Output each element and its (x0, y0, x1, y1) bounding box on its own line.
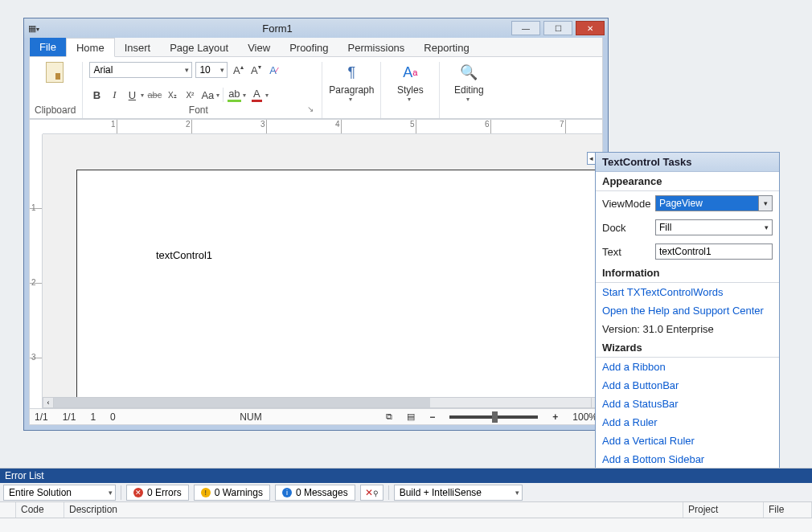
build-scope-combo[interactable]: Build + IntelliSense (394, 485, 523, 501)
viewmode-combo[interactable]: PageView (655, 195, 773, 211)
link-start-words[interactable]: Start TXTextControlWords (596, 283, 779, 301)
col-icon[interactable] (0, 502, 16, 518)
col-file[interactable]: File (764, 502, 812, 518)
warnings-filter-button[interactable]: ! 0 Warnings (194, 485, 270, 501)
tab-reporting[interactable]: Reporting (414, 39, 478, 56)
highlight-dropdown-icon[interactable]: ▾ (243, 92, 246, 99)
view-mode-icon-2[interactable]: ▤ (407, 411, 415, 422)
tab-file[interactable]: File (30, 38, 66, 56)
smart-tag-arrow-icon[interactable]: ◂ (587, 152, 595, 165)
case-dropdown-icon[interactable]: ▾ (216, 92, 219, 99)
ribbon-button-label: Editing (454, 84, 484, 96)
error-list-title: Error List (0, 469, 812, 483)
document-text[interactable]: textControl1 (156, 249, 598, 261)
underline-dropdown-icon[interactable]: ▾ (141, 92, 144, 99)
italic-button[interactable]: I (107, 88, 121, 102)
bold-button[interactable]: B (89, 88, 104, 102)
change-case-button[interactable]: Aa (200, 88, 215, 102)
version-text: Version: 31.0 Enterprise (596, 320, 779, 338)
clipboard-icon (46, 62, 64, 83)
tasks-title: TextControl Tasks (596, 153, 779, 172)
wizard-add-vruler[interactable]: Add a Vertical Ruler (596, 432, 779, 450)
title-bar: ▦▾ Form1 — ☐ ✕ (24, 18, 608, 38)
clear-filter-button[interactable]: ✕⚲ (360, 485, 383, 501)
ribbon: Clipboard Arial 10 A▴ A▾ A⁄ B I U (30, 57, 602, 119)
zoom-out-button[interactable]: − (429, 411, 435, 423)
page-area[interactable]: textControl1 (43, 134, 602, 397)
font-color-button[interactable]: A (249, 88, 264, 102)
tab-insert[interactable]: Insert (115, 39, 161, 56)
subscript-button[interactable]: X₂ (165, 88, 179, 102)
font-size-combo[interactable]: 10 (195, 62, 228, 78)
zoom-slider[interactable] (449, 415, 538, 419)
error-scope-combo[interactable]: Entire Solution (3, 485, 116, 501)
messages-filter-button[interactable]: i 0 Messages (275, 485, 355, 501)
info-icon: i (282, 488, 292, 497)
wizard-add-ribbon[interactable]: Add a Ribbon (596, 358, 779, 376)
maximize-button[interactable]: ☐ (543, 21, 572, 35)
error-list-toolbar: Entire Solution ✕ 0 Errors ! 0 Warnings … (0, 483, 812, 502)
ribbon-group-styles: Aa Styles ▾ (388, 62, 440, 118)
dock-label: Dock (602, 222, 650, 234)
tab-proofing[interactable]: Proofing (280, 39, 338, 56)
font-name-combo[interactable]: Arial (89, 62, 192, 78)
text-input[interactable]: textControl1 (655, 243, 773, 260)
status-num: NUM (240, 411, 261, 423)
tab-home[interactable]: Home (66, 38, 115, 57)
tasks-section-wizards: Wizards (596, 338, 779, 358)
paragraph-dropdown-icon: ▾ (349, 96, 352, 103)
status-bar: 1/1 1/1 1 0 NUM ⧉ ▤ − + 100% (30, 408, 602, 424)
superscript-button[interactable]: X² (182, 88, 197, 102)
wizard-add-ruler[interactable]: Add a Ruler (596, 413, 779, 432)
ribbon-group-clipboard: Clipboard (35, 62, 83, 118)
system-menu-icon[interactable]: ▦▾ (24, 23, 43, 34)
col-project[interactable]: Project (683, 502, 764, 518)
ribbon-group-label: Font↘ (89, 102, 315, 118)
horizontal-scrollbar[interactable]: ‹ › (43, 397, 602, 408)
view-mode-icon[interactable]: ⧉ (386, 411, 392, 422)
scroll-left-icon[interactable]: ‹ (43, 397, 54, 408)
tab-view[interactable]: View (238, 39, 280, 56)
wizard-add-buttonbar[interactable]: Add a ButtonBar (596, 376, 779, 395)
zoom-in-button[interactable]: + (552, 411, 558, 423)
paste-button[interactable] (35, 62, 75, 83)
window-title: Form1 (43, 23, 511, 35)
horizontal-ruler[interactable]: 1 2 3 4 5 6 7 (43, 120, 602, 134)
close-button[interactable]: ✕ (576, 21, 605, 35)
col-description[interactable]: Description (64, 502, 683, 518)
link-help-center[interactable]: Open the Help and Support Center (596, 301, 779, 320)
font-color-dropdown-icon[interactable]: ▾ (265, 92, 269, 99)
text-label: Text (602, 246, 650, 258)
wizard-add-statusbar[interactable]: Add a StatusBar (596, 395, 779, 413)
errors-filter-button[interactable]: ✕ 0 Errors (126, 485, 189, 501)
error-list-columns: Code Description Project File (0, 502, 812, 518)
ribbon-button-label: Styles (397, 84, 424, 96)
ribbon-group-font: Arial 10 A▴ A▾ A⁄ B I U ▾ abc X₂ X² (89, 62, 322, 118)
underline-button[interactable]: U (125, 88, 139, 102)
tasks-section-information: Information (596, 264, 779, 283)
highlight-button[interactable]: ab (227, 88, 241, 102)
col-code[interactable]: Code (16, 502, 64, 518)
ribbon-group-editing: 🔍 Editing ▾ (446, 62, 498, 118)
zoom-percent[interactable]: 100% (572, 411, 597, 423)
styles-icon: Aa (403, 62, 417, 83)
strikethrough-button[interactable]: abc (147, 88, 162, 102)
pilcrow-icon: ¶ (348, 62, 356, 83)
wizard-add-bottom-sidebar[interactable]: Add a Bottom Sidebar (596, 450, 779, 469)
vertical-ruler[interactable]: 1 2 3 (30, 134, 43, 397)
styles-button[interactable]: Aa Styles ▾ (388, 62, 433, 103)
dock-combo[interactable]: Fill (655, 219, 773, 235)
tab-page-layout[interactable]: Page Layout (160, 39, 238, 56)
viewmode-label: ViewMode (602, 198, 650, 210)
clear-formatting-button[interactable]: A⁄ (266, 63, 281, 77)
shrink-font-button[interactable]: A▾ (248, 63, 263, 77)
editing-button[interactable]: 🔍 Editing ▾ (446, 62, 491, 103)
ribbon-button-label: Paragraph (329, 84, 374, 96)
paragraph-button[interactable]: ¶ Paragraph ▾ (329, 62, 374, 103)
status-section: 1/1 (63, 411, 76, 423)
tab-permissions[interactable]: Permissions (338, 39, 415, 56)
grow-font-button[interactable]: A▴ (231, 63, 245, 77)
editing-dropdown-icon: ▾ (466, 96, 470, 103)
minimize-button[interactable]: — (511, 21, 540, 35)
font-dialog-launcher-icon[interactable]: ↘ (307, 104, 314, 113)
